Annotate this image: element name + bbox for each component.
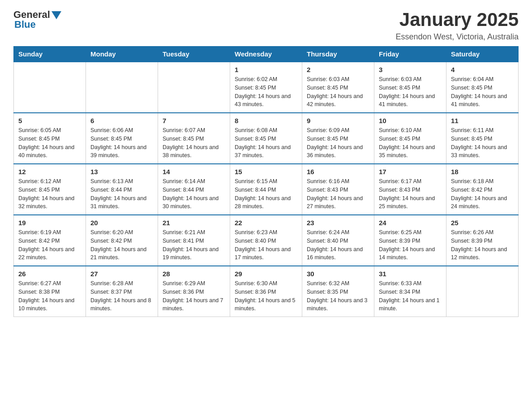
calendar-cell: 14Sunrise: 6:14 AMSunset: 8:44 PMDayligh… — [158, 164, 230, 215]
calendar-cell: 2Sunrise: 6:03 AMSunset: 8:45 PMDaylight… — [302, 62, 374, 113]
calendar-cell: 11Sunrise: 6:11 AMSunset: 8:45 PMDayligh… — [446, 113, 519, 164]
day-info: Sunrise: 6:07 AMSunset: 8:45 PMDaylight:… — [163, 126, 225, 160]
day-number: 9 — [307, 117, 369, 124]
day-number: 11 — [451, 117, 514, 124]
page-header: General Blue January 2025 Essendon West,… — [13, 9, 519, 42]
day-number: 10 — [379, 117, 442, 124]
calendar-cell: 22Sunrise: 6:23 AMSunset: 8:40 PMDayligh… — [230, 215, 302, 266]
week-row-0: 1Sunrise: 6:02 AMSunset: 8:45 PMDaylight… — [14, 62, 519, 113]
day-number: 25 — [451, 219, 514, 227]
calendar-cell: 8Sunrise: 6:08 AMSunset: 8:45 PMDaylight… — [230, 113, 302, 164]
calendar-cell: 7Sunrise: 6:07 AMSunset: 8:45 PMDaylight… — [158, 113, 230, 164]
day-info: Sunrise: 6:08 AMSunset: 8:45 PMDaylight:… — [235, 126, 297, 160]
day-number: 19 — [18, 219, 81, 227]
calendar-table: SundayMondayTuesdayWednesdayThursdayFrid… — [13, 46, 519, 317]
day-info: Sunrise: 6:14 AMSunset: 8:44 PMDaylight:… — [163, 177, 225, 211]
day-number: 3 — [379, 66, 442, 73]
day-number: 15 — [235, 168, 297, 176]
week-row-3: 19Sunrise: 6:19 AMSunset: 8:42 PMDayligh… — [14, 215, 519, 266]
calendar-cell: 19Sunrise: 6:19 AMSunset: 8:42 PMDayligh… — [14, 215, 86, 266]
calendar-cell: 26Sunrise: 6:27 AMSunset: 8:38 PMDayligh… — [14, 266, 86, 317]
calendar-cell: 16Sunrise: 6:16 AMSunset: 8:43 PMDayligh… — [302, 164, 374, 215]
day-number: 12 — [18, 168, 81, 176]
logo-triangle-icon — [51, 11, 61, 19]
day-info: Sunrise: 6:33 AMSunset: 8:34 PMDaylight:… — [379, 279, 442, 313]
day-number: 20 — [90, 219, 153, 227]
day-number: 18 — [451, 168, 514, 176]
calendar-cell — [446, 266, 519, 317]
calendar-cell: 6Sunrise: 6:06 AMSunset: 8:45 PMDaylight… — [86, 113, 158, 164]
day-info: Sunrise: 6:03 AMSunset: 8:45 PMDaylight:… — [379, 75, 442, 109]
calendar-cell: 21Sunrise: 6:21 AMSunset: 8:41 PMDayligh… — [158, 215, 230, 266]
day-number: 23 — [307, 219, 369, 227]
calendar-cell: 24Sunrise: 6:25 AMSunset: 8:39 PMDayligh… — [374, 215, 446, 266]
day-info: Sunrise: 6:16 AMSunset: 8:43 PMDaylight:… — [307, 177, 369, 211]
calendar-cell: 31Sunrise: 6:33 AMSunset: 8:34 PMDayligh… — [374, 266, 446, 317]
day-info: Sunrise: 6:29 AMSunset: 8:36 PMDaylight:… — [163, 279, 225, 313]
logo: General Blue — [13, 9, 61, 30]
calendar-cell: 10Sunrise: 6:10 AMSunset: 8:45 PMDayligh… — [374, 113, 446, 164]
title-block: January 2025 Essendon West, Victoria, Au… — [396, 9, 519, 42]
day-of-week-friday: Friday — [374, 47, 446, 62]
day-info: Sunrise: 6:15 AMSunset: 8:44 PMDaylight:… — [235, 177, 297, 211]
calendar-cell: 1Sunrise: 6:02 AMSunset: 8:45 PMDaylight… — [230, 62, 302, 113]
svg-marker-0 — [51, 11, 61, 19]
day-number: 16 — [307, 168, 369, 176]
day-number: 24 — [379, 219, 442, 227]
day-number: 13 — [90, 168, 153, 176]
day-number: 6 — [90, 117, 153, 124]
calendar-cell: 23Sunrise: 6:24 AMSunset: 8:40 PMDayligh… — [302, 215, 374, 266]
day-number: 4 — [451, 66, 514, 73]
day-info: Sunrise: 6:10 AMSunset: 8:45 PMDaylight:… — [379, 126, 442, 160]
day-info: Sunrise: 6:13 AMSunset: 8:44 PMDaylight:… — [90, 177, 153, 211]
day-info: Sunrise: 6:25 AMSunset: 8:39 PMDaylight:… — [379, 228, 442, 262]
calendar-cell: 20Sunrise: 6:20 AMSunset: 8:42 PMDayligh… — [86, 215, 158, 266]
day-of-week-monday: Monday — [86, 47, 158, 62]
calendar-header: SundayMondayTuesdayWednesdayThursdayFrid… — [14, 47, 519, 62]
day-of-week-saturday: Saturday — [446, 47, 519, 62]
day-info: Sunrise: 6:24 AMSunset: 8:40 PMDaylight:… — [307, 228, 369, 262]
week-row-4: 26Sunrise: 6:27 AMSunset: 8:38 PMDayligh… — [14, 266, 519, 317]
day-info: Sunrise: 6:26 AMSunset: 8:39 PMDaylight:… — [451, 228, 514, 262]
calendar-cell: 15Sunrise: 6:15 AMSunset: 8:44 PMDayligh… — [230, 164, 302, 215]
day-number: 5 — [18, 117, 81, 124]
day-info: Sunrise: 6:32 AMSunset: 8:35 PMDaylight:… — [307, 279, 369, 313]
calendar-cell: 25Sunrise: 6:26 AMSunset: 8:39 PMDayligh… — [446, 215, 519, 266]
page-subtitle: Essendon West, Victoria, Australia — [396, 32, 519, 42]
calendar-cell: 13Sunrise: 6:13 AMSunset: 8:44 PMDayligh… — [86, 164, 158, 215]
day-info: Sunrise: 6:05 AMSunset: 8:45 PMDaylight:… — [18, 126, 81, 160]
day-number: 30 — [307, 270, 369, 278]
calendar-cell: 18Sunrise: 6:18 AMSunset: 8:42 PMDayligh… — [446, 164, 519, 215]
calendar-cell — [86, 62, 158, 113]
day-info: Sunrise: 6:11 AMSunset: 8:45 PMDaylight:… — [451, 126, 514, 160]
day-number: 22 — [235, 219, 297, 227]
day-number: 8 — [235, 117, 297, 124]
day-number: 17 — [379, 168, 442, 176]
calendar-cell — [14, 62, 86, 113]
day-info: Sunrise: 6:27 AMSunset: 8:38 PMDaylight:… — [18, 279, 81, 313]
day-number: 21 — [163, 219, 225, 227]
calendar-cell: 17Sunrise: 6:17 AMSunset: 8:43 PMDayligh… — [374, 164, 446, 215]
calendar-cell: 27Sunrise: 6:28 AMSunset: 8:37 PMDayligh… — [86, 266, 158, 317]
day-info: Sunrise: 6:09 AMSunset: 8:45 PMDaylight:… — [307, 126, 369, 160]
day-number: 14 — [163, 168, 225, 176]
day-info: Sunrise: 6:23 AMSunset: 8:40 PMDaylight:… — [235, 228, 297, 262]
days-of-week-row: SundayMondayTuesdayWednesdayThursdayFrid… — [14, 47, 519, 62]
calendar-cell — [158, 62, 230, 113]
day-info: Sunrise: 6:03 AMSunset: 8:45 PMDaylight:… — [307, 75, 369, 109]
calendar-cell: 4Sunrise: 6:04 AMSunset: 8:45 PMDaylight… — [446, 62, 519, 113]
logo-blue: Blue — [14, 19, 36, 30]
calendar-cell: 12Sunrise: 6:12 AMSunset: 8:45 PMDayligh… — [14, 164, 86, 215]
calendar-cell: 30Sunrise: 6:32 AMSunset: 8:35 PMDayligh… — [302, 266, 374, 317]
day-number: 26 — [18, 270, 81, 278]
week-row-1: 5Sunrise: 6:05 AMSunset: 8:45 PMDaylight… — [14, 113, 519, 164]
day-info: Sunrise: 6:06 AMSunset: 8:45 PMDaylight:… — [90, 126, 153, 160]
week-row-2: 12Sunrise: 6:12 AMSunset: 8:45 PMDayligh… — [14, 164, 519, 215]
day-number: 7 — [163, 117, 225, 124]
day-info: Sunrise: 6:12 AMSunset: 8:45 PMDaylight:… — [18, 177, 81, 211]
calendar-cell: 5Sunrise: 6:05 AMSunset: 8:45 PMDaylight… — [14, 113, 86, 164]
calendar-cell: 29Sunrise: 6:30 AMSunset: 8:36 PMDayligh… — [230, 266, 302, 317]
day-info: Sunrise: 6:18 AMSunset: 8:42 PMDaylight:… — [451, 177, 514, 211]
day-info: Sunrise: 6:19 AMSunset: 8:42 PMDaylight:… — [18, 228, 81, 262]
day-number: 29 — [235, 270, 297, 278]
